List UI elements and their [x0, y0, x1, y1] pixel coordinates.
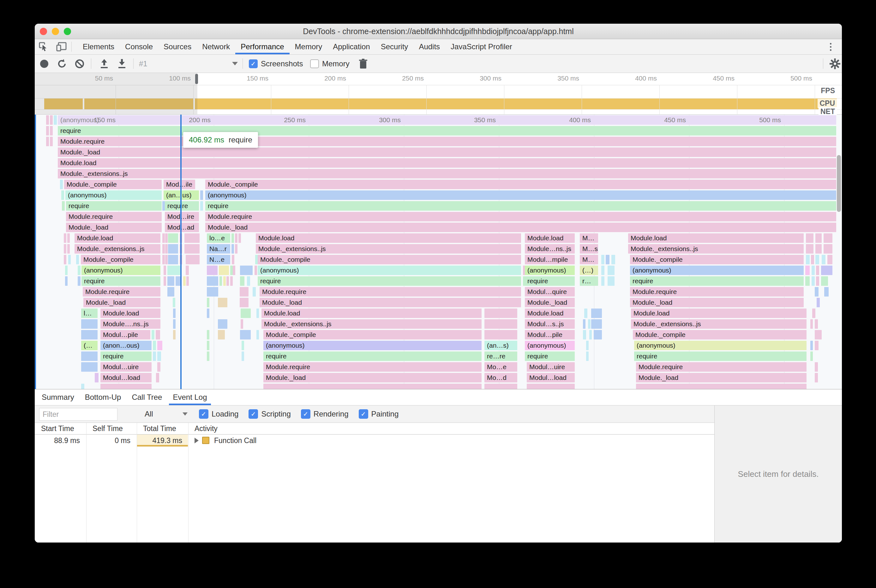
flame-bar-fragment[interactable] [207, 276, 218, 286]
flame-bar-fragment[interactable] [219, 276, 222, 286]
flame-bar-fragment[interactable] [235, 244, 237, 254]
flame-bar-fragment[interactable] [67, 244, 70, 254]
flame-bar-module-load[interactable]: Module._load [66, 223, 162, 232]
flame-bar-fragment[interactable] [165, 255, 168, 264]
screenshots-checkbox[interactable]: ✓ Screenshots [249, 55, 303, 73]
flame-bar-fragment[interactable] [50, 115, 53, 125]
flame-bar-fragment[interactable] [165, 233, 168, 243]
flame-bar-fragment[interactable] [815, 233, 822, 243]
flame-bar-require[interactable]: require [81, 276, 160, 286]
flame-bar-require[interactable]: require [630, 276, 804, 286]
flame-bar-fragment[interactable] [806, 233, 813, 243]
flame-bar-fragment[interactable] [167, 287, 174, 297]
flame-bar-require[interactable]: require [525, 276, 575, 286]
flame-bar-fragment[interactable] [241, 319, 243, 329]
flame-bar--anonymous-[interactable]: (anonymous) [634, 341, 807, 350]
flame-bar-na-r[interactable]: Na…r [207, 244, 230, 254]
flame-bar--anonymous-[interactable]: (anonymous) [65, 190, 162, 200]
flame-bar-module-load[interactable]: Module._load [263, 373, 482, 382]
flame-bar-fragment[interactable] [167, 266, 181, 275]
flame-bar-require[interactable]: require [634, 351, 807, 361]
flame-bar-modul-pile[interactable]: Modul…pile [100, 330, 150, 339]
flame-bar-mod-ile[interactable]: Mod…ile [164, 180, 195, 189]
flame-bar-fragment[interactable] [824, 287, 829, 297]
flame-bar-fragment[interactable] [207, 351, 209, 361]
flame-bar-require[interactable]: require [58, 126, 836, 135]
flame-bar-module-compile[interactable]: Module._compile [81, 255, 160, 264]
memory-checkbox[interactable]: Memory [310, 55, 350, 73]
flame-bar-module-require[interactable]: Module.require [205, 212, 836, 221]
flame-bar-fragment[interactable] [242, 341, 244, 350]
flame-bar--an-s-[interactable]: (an…s) [484, 341, 517, 350]
flame-bar-fragment[interactable] [591, 309, 602, 318]
flame-bar-fragment[interactable] [95, 373, 99, 382]
flame-bar-fragment[interactable] [186, 266, 189, 275]
flame-bar-m-[interactable]: M… [580, 233, 598, 243]
details-tab-event-log[interactable]: Event Log [169, 389, 211, 405]
flame-bar-fragment[interactable] [606, 255, 609, 264]
flame-bar-module-compile[interactable]: Module._compile [205, 180, 836, 189]
flame-bar-modul-uire[interactable]: Modul…uire [100, 362, 152, 372]
flame-bar-fragment[interactable] [226, 276, 229, 286]
flame-bar-module-load[interactable]: Module.load [525, 309, 575, 318]
flame-bar--anonymous-[interactable]: (anonymous) [263, 341, 482, 350]
flame-bar-fragment[interactable] [821, 266, 832, 275]
flame-bar-module-load[interactable]: Module._load [58, 147, 836, 157]
painting-checkbox[interactable]: ✓Painting [359, 409, 399, 419]
trash-icon[interactable] [357, 55, 369, 73]
flame-bar-fragment[interactable] [68, 255, 71, 264]
tab-memory[interactable]: Memory [290, 39, 328, 54]
flame-bar-module-load[interactable]: Module._load [636, 373, 807, 382]
flame-bar-module-ns-js[interactable]: Module…ns..js [525, 244, 575, 254]
flame-bar-module-load[interactable]: Module._load [83, 298, 160, 307]
flame-bar-module-compile[interactable]: Module._compile [263, 330, 482, 339]
flame-bar-require[interactable]: require [525, 351, 575, 361]
flame-bar-module-compile[interactable]: Module._compile [633, 330, 807, 339]
flame-bar-fragment[interactable] [586, 351, 589, 361]
flame-bar-module-require[interactable]: Module.require [630, 287, 804, 297]
flame-bar-fragment[interactable] [64, 255, 66, 264]
flame-bar-fragment[interactable] [805, 266, 810, 275]
flame-bar-module-compile[interactable]: Module._compile [630, 255, 804, 264]
flame-bar-fragment[interactable] [186, 276, 189, 286]
column-header-activity[interactable]: Activity [191, 423, 218, 434]
tab-security[interactable]: Security [375, 39, 414, 54]
flame-bar-fragment[interactable] [255, 266, 257, 275]
flame-bar-fragment[interactable] [76, 255, 79, 264]
flame-bar-fragment[interactable] [815, 362, 818, 372]
flame-bar-fragment[interactable] [81, 384, 84, 389]
chevron-down-icon[interactable] [183, 412, 188, 416]
flame-bar-modul-pile[interactable]: Modul…pile [525, 330, 575, 339]
flame-bar--anonymous-[interactable]: (anonymous) [525, 341, 575, 350]
column-header-start-time[interactable]: Start Time [38, 423, 74, 434]
expand-arrow-icon[interactable] [195, 438, 199, 443]
loading-checkbox[interactable]: ✓Loading [199, 409, 238, 419]
flame-bar-fragment[interactable] [815, 341, 819, 350]
flame-bar-fragment[interactable] [601, 255, 604, 264]
flame-bar-fragment[interactable] [812, 266, 815, 275]
flame-bar-require[interactable]: require [165, 201, 199, 211]
flame-bar-fragment[interactable] [636, 384, 807, 389]
rendering-checkbox[interactable]: ✓Rendering [301, 409, 349, 419]
load-profile-icon[interactable] [97, 55, 111, 73]
flame-bar-fragment[interactable] [186, 255, 200, 264]
flame-bar-fragment[interactable] [65, 276, 68, 286]
flame-bar-fragment[interactable] [231, 233, 234, 243]
flame-bar-fragment[interactable] [46, 126, 49, 135]
reload-icon[interactable] [56, 55, 68, 73]
flame-bar-fragment[interactable] [218, 330, 225, 339]
flame-bar-fragment[interactable] [78, 266, 81, 275]
flame-bar-fragment[interactable] [263, 384, 482, 389]
flame-bar-module-extensions-js[interactable]: Module._extensions..js [75, 244, 160, 254]
overview-selection-handle[interactable] [195, 74, 198, 84]
flame-bar-fragment[interactable] [207, 309, 209, 318]
flame-bar-fragment[interactable] [173, 319, 176, 329]
flame-bar-fragment[interactable] [588, 319, 591, 329]
flame-bar-fragment[interactable] [81, 351, 98, 361]
flame-bar-fragment[interactable] [173, 298, 175, 307]
flame-bar-mod-ad[interactable]: Mod…ad [165, 223, 199, 232]
flame-bar-fragment[interactable] [253, 287, 256, 297]
flame-bar-fragment[interactable] [815, 373, 818, 382]
flame-bar-module-load[interactable]: Module._load [630, 298, 804, 307]
clear-icon[interactable] [73, 55, 86, 73]
